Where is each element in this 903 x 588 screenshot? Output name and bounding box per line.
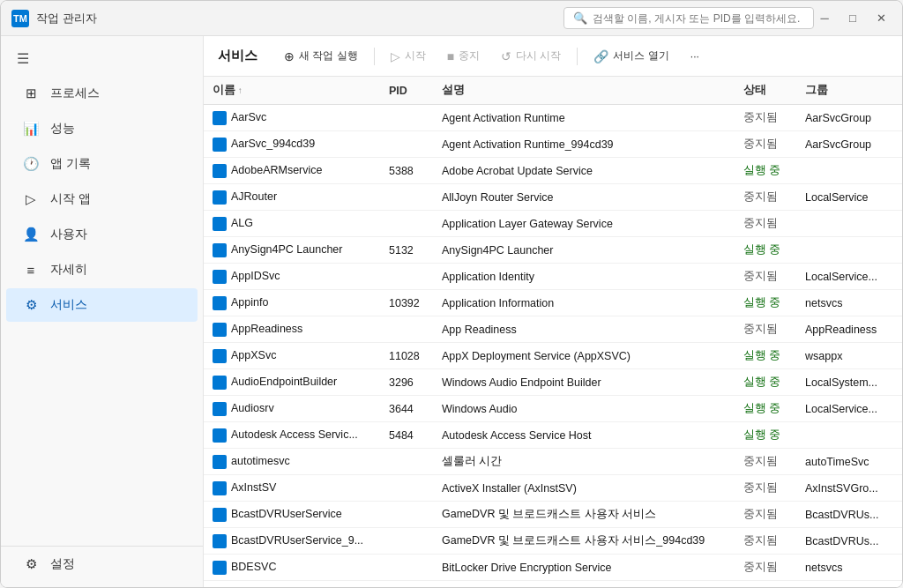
col-header-group: 그룹 (796, 77, 902, 105)
search-bar[interactable]: 🔍 (563, 7, 814, 29)
cell-pid (380, 105, 433, 131)
processes-icon: ⊞ (22, 85, 40, 102)
cell-status: 중지됨 (735, 502, 796, 528)
cell-name: AarSvc_994cd39 (204, 131, 380, 158)
service-row-icon (213, 217, 227, 231)
table-row[interactable]: BcastDVRUserService_9...GameDVR 및 브로드캐스트… (204, 528, 902, 555)
cell-name: AnySign4PC Launcher (204, 237, 380, 264)
start-button[interactable]: ▷ 시작 (382, 44, 435, 68)
cell-group (796, 158, 902, 184)
cell-group: BcastDVRUs... (796, 502, 902, 528)
cell-status: 실행 중 (735, 290, 796, 316)
cell-pid: 11028 (380, 343, 433, 369)
maximize-button[interactable]: □ (842, 8, 863, 29)
cell-pid: 10392 (380, 290, 433, 316)
cell-desc: Agent Activation Runtime_994cd39 (433, 131, 735, 158)
table-row[interactable]: BFE4768Base Filtering Engine실행 중LocalSer… (204, 581, 902, 588)
cell-pid: 4768 (380, 581, 433, 588)
service-row-icon (213, 270, 227, 284)
open-services-button[interactable]: 🔗 서비스 열기 (585, 44, 677, 68)
restart-button[interactable]: ↺ 다시 시작 (492, 44, 570, 68)
cell-group: LocalService (796, 184, 902, 211)
table-row[interactable]: AppIDSvcApplication Identity중지됨LocalServ… (204, 264, 902, 290)
cell-desc: AnySign4PC Launcher (433, 237, 735, 264)
table-row[interactable]: Appinfo10392Application Information실행 중n… (204, 290, 902, 316)
cell-pid (380, 264, 433, 290)
table-row[interactable]: AppReadinessApp Readiness중지됨AppReadiness (204, 316, 902, 343)
stop-button[interactable]: ■ 중지 (438, 44, 489, 68)
cell-status: 실행 중 (735, 581, 796, 588)
table-row[interactable]: AnySign4PC Launcher5132AnySign4PC Launch… (204, 237, 902, 264)
table-row[interactable]: AdobeARMservice5388Adobe Acrobat Update … (204, 158, 902, 184)
hamburger-button[interactable]: ☰ (1, 41, 203, 76)
sidebar-item-processes[interactable]: ⊞ 프로세스 (6, 77, 198, 110)
cell-group: netsvcs (796, 290, 902, 316)
service-row-icon (213, 455, 227, 469)
service-row-icon (213, 508, 227, 522)
table-row[interactable]: Autodesk Access Servic...5484Autodesk Ac… (204, 422, 902, 449)
stop-label: 중지 (459, 48, 480, 63)
table-row[interactable]: autotimesvc셀룰러 시간중지됨autoTimeSvc (204, 449, 902, 475)
cell-status: 중지됨 (735, 528, 796, 555)
cell-group: BcastDVRUs... (796, 528, 902, 555)
service-row-icon (213, 190, 227, 205)
cell-desc: App Readiness (433, 316, 735, 343)
sidebar-label-details: 자세히 (50, 262, 87, 278)
cell-desc: Application Identity (433, 264, 735, 290)
table-row[interactable]: AudioEndpointBuilder3296Windows Audio En… (204, 369, 902, 396)
table-row[interactable]: AarSvc_994cd39Agent Activation Runtime_9… (204, 131, 902, 158)
minimize-button[interactable]: ─ (814, 8, 835, 29)
cell-group (796, 422, 902, 449)
cell-pid (380, 502, 433, 528)
sidebar-item-app-history[interactable]: 🕐 앱 기록 (6, 147, 198, 181)
titlebar: TM 작업 관리자 🔍 ─ □ ✕ (1, 1, 902, 36)
cell-status: 중지됨 (735, 555, 796, 581)
cell-group: LocalSystem... (796, 369, 902, 396)
cell-status: 중지됨 (735, 449, 796, 475)
more-button[interactable]: ··· (682, 46, 708, 67)
table-row[interactable]: AxInstSVActiveX Installer (AxInstSV)중지됨A… (204, 475, 902, 502)
table-row[interactable]: AppXSvc11028AppX Deployment Service (App… (204, 343, 902, 369)
service-row-icon (213, 402, 227, 416)
cell-group: AarSvcGroup (796, 105, 902, 131)
table-row[interactable]: BDESVCBitLocker Drive Encryption Service… (204, 555, 902, 581)
service-row-icon (213, 323, 227, 337)
sidebar-item-startup[interactable]: ▷ 시작 앱 (6, 182, 198, 216)
sidebar-item-settings[interactable]: ⚙ 설정 (6, 547, 198, 581)
cell-group: LocalService... (796, 581, 902, 588)
cell-group: autoTimeSvc (796, 449, 902, 475)
table-row[interactable]: ALGApplication Layer Gateway Service중지됨 (204, 211, 902, 237)
cell-status: 실행 중 (735, 369, 796, 396)
table-row[interactable]: AJRouterAllJoyn Router Service중지됨LocalSe… (204, 184, 902, 211)
table-row[interactable]: AarSvcAgent Activation Runtime중지됨AarSvcG… (204, 105, 902, 131)
close-button[interactable]: ✕ (870, 8, 892, 29)
cell-name: Autodesk Access Servic... (204, 422, 380, 449)
col-header-pid: PID (380, 77, 433, 105)
col-header-status: 상태 (735, 77, 796, 105)
col-header-name[interactable]: 이름 (204, 77, 380, 105)
sidebar-item-services[interactable]: ⚙ 서비스 (6, 288, 198, 322)
cell-name: AppXSvc (204, 343, 380, 369)
services-table-container[interactable]: 이름 PID 설명 상태 그룹 AarSvcAgent Activation R… (204, 77, 902, 587)
service-row-icon (213, 534, 227, 548)
sidebar-item-users[interactable]: 👤 사용자 (6, 218, 198, 251)
app-icon: TM (11, 10, 29, 27)
service-row-icon (213, 349, 227, 363)
cell-desc: Adobe Acrobat Update Service (433, 158, 735, 184)
sidebar-item-details[interactable]: ≡ 자세히 (6, 253, 198, 287)
start-icon: ▷ (391, 49, 400, 63)
cell-status: 실행 중 (735, 343, 796, 369)
cell-pid: 5132 (380, 237, 433, 264)
sidebar-item-performance[interactable]: 📊 성능 (6, 112, 198, 145)
table-row[interactable]: Audiosrv3644Windows Audio실행 중LocalServic… (204, 396, 902, 422)
cell-status: 중지됨 (735, 131, 796, 158)
new-task-button[interactable]: ⊕ 새 작업 실행 (275, 44, 367, 68)
cell-name: AudioEndpointBuilder (204, 369, 380, 396)
cell-pid: 3644 (380, 396, 433, 422)
cell-name: AppReadiness (204, 316, 380, 343)
cell-group (796, 237, 902, 264)
cell-name: BcastDVRUserService_9... (204, 528, 380, 555)
service-row-icon (213, 428, 227, 443)
table-row[interactable]: BcastDVRUserServiceGameDVR 및 브로드캐스트 사용자 … (204, 502, 902, 528)
search-input[interactable] (593, 12, 804, 25)
